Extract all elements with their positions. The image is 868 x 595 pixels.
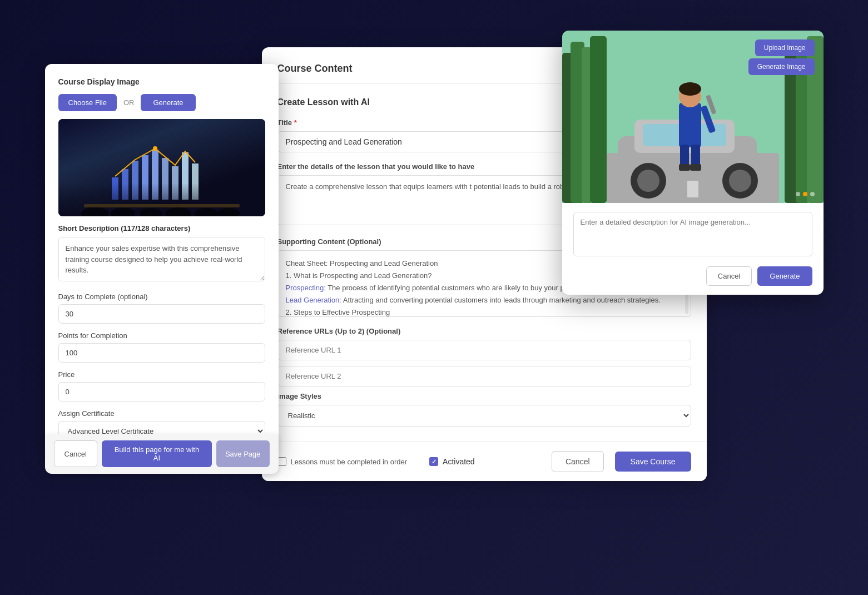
- cancel-right-button[interactable]: Cancel: [706, 266, 752, 286]
- certificate-label: Assign Certificate: [58, 409, 265, 418]
- image-dots: [796, 192, 815, 196]
- lessons-order-checkbox[interactable]: [277, 457, 286, 466]
- svg-rect-40: [680, 145, 689, 167]
- build-ai-button[interactable]: Build this page for me with AI: [102, 440, 212, 467]
- generate-button[interactable]: Generate: [141, 94, 195, 111]
- svg-point-11: [111, 207, 135, 216]
- action-bar: Cancel Build this page for me with AI Sa…: [45, 434, 279, 474]
- days-label: Days to Complete (optional): [58, 292, 265, 301]
- generate-right-button[interactable]: Generate: [757, 266, 812, 286]
- svg-rect-29: [643, 124, 682, 146]
- file-row: Choose File OR Generate: [58, 94, 265, 111]
- cancel-middle-button[interactable]: Cancel: [552, 451, 604, 472]
- svg-point-14: [195, 208, 218, 216]
- image-styles-label: Image Styles: [277, 392, 691, 400]
- ref-url1-input[interactable]: [277, 340, 691, 360]
- svg-point-13: [166, 207, 191, 216]
- svg-point-9: [153, 146, 157, 151]
- activated-checkbox[interactable]: ✓: [429, 457, 438, 466]
- right-panel: Upload Image Generate Image Cancel Gener…: [562, 31, 824, 295]
- right-image-area: Upload Image Generate Image: [562, 31, 824, 203]
- svg-rect-41: [691, 145, 700, 167]
- svg-point-37: [679, 82, 701, 96]
- upload-image-button[interactable]: Upload Image: [755, 39, 815, 56]
- lessons-order-label: Lessons must be completed in order: [291, 458, 408, 466]
- short-description-label: Short Description (117/128 characters): [58, 224, 265, 232]
- ref-urls-label: Reference URLs (Up to 2) (Optional): [277, 327, 691, 335]
- people-silhouette: [58, 183, 265, 216]
- dot-1: [796, 192, 800, 196]
- right-bottom: Cancel Generate: [562, 203, 824, 295]
- middle-bottom-bar: Lessons must be completed in order ✓ Act…: [262, 442, 707, 481]
- ai-description-textarea[interactable]: [573, 212, 812, 256]
- price-label: Price: [58, 370, 265, 379]
- mechanic-scene-svg: [562, 31, 824, 203]
- svg-point-12: [140, 208, 162, 216]
- right-buttons: Cancel Generate: [573, 266, 812, 286]
- choose-file-button[interactable]: Choose File: [58, 94, 117, 111]
- points-label: Points for Completion: [58, 331, 265, 340]
- supporting-line4: Lead Generation: Attracting and converti…: [286, 294, 683, 306]
- activated-label: Activated: [443, 457, 475, 466]
- days-input[interactable]: [58, 304, 265, 324]
- price-input[interactable]: [58, 382, 265, 401]
- lessons-order-row: Lessons must be completed in order: [277, 457, 408, 466]
- dot-3: [810, 192, 815, 196]
- course-image: [58, 119, 265, 216]
- or-text: OR: [123, 98, 135, 107]
- ref-url2-input[interactable]: [277, 366, 691, 386]
- svg-rect-42: [679, 164, 690, 171]
- svg-rect-43: [690, 164, 701, 171]
- svg-point-10: [81, 207, 109, 216]
- short-description-textarea[interactable]: Enhance your sales expertise with this c…: [58, 237, 265, 281]
- svg-point-32: [637, 170, 659, 192]
- points-input[interactable]: [58, 343, 265, 363]
- svg-point-15: [217, 208, 240, 216]
- image-styles-select[interactable]: Realistic Cartoon Abstract Minimalist: [277, 405, 691, 427]
- activated-row: ✓ Activated: [429, 457, 475, 466]
- svg-rect-16: [84, 204, 240, 207]
- supporting-line5: 2. Steps to Effective Prospecting: [286, 306, 683, 317]
- save-page-button[interactable]: Save Page: [216, 440, 270, 467]
- generate-image-button[interactable]: Generate Image: [748, 58, 815, 75]
- course-display-image-title: Course Display Image: [58, 77, 265, 86]
- svg-point-34: [729, 170, 751, 192]
- left-panel: Course Display Image Choose File OR Gene…: [45, 64, 279, 463]
- svg-rect-21: [590, 36, 607, 203]
- required-star: *: [294, 118, 297, 127]
- dot-2: [803, 192, 807, 196]
- save-course-button[interactable]: Save Course: [615, 452, 691, 472]
- cancel-button[interactable]: Cancel: [54, 440, 97, 467]
- svg-rect-35: [679, 103, 701, 147]
